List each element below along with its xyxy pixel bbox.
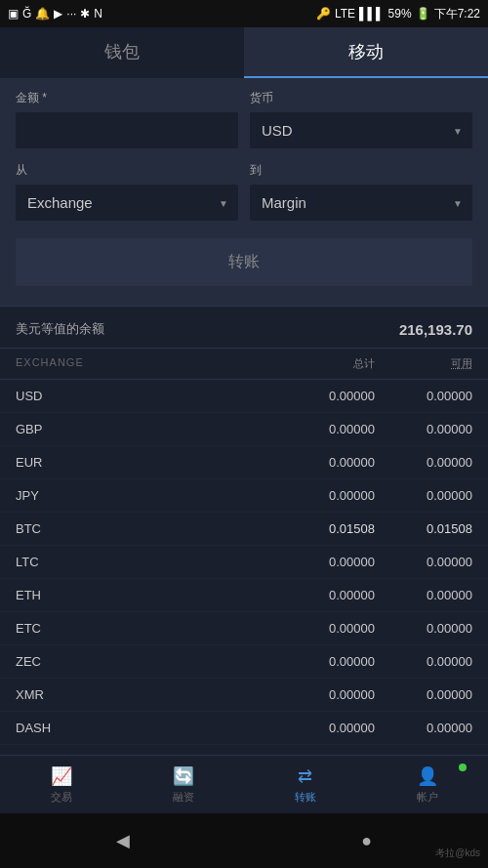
back-button[interactable]: ◀ — [116, 830, 130, 851]
table-header: EXCHANGE 总计 可用 — [0, 349, 488, 380]
key-icon: 🔑 — [316, 7, 331, 21]
available-cell: 0.00000 — [375, 422, 472, 436]
total-cell: 0.00000 — [277, 488, 375, 503]
from-group: 从 Exchange Margin — [16, 162, 238, 221]
status-right-icons: 🔑 LTE ▌▌▌ 59% 🔋 下午7:22 — [316, 6, 480, 22]
funding-icon: 🔄 — [173, 765, 194, 787]
form-area: 金额 * 货币 USD BTC ETH 从 Exchange Margin — [0, 78, 488, 306]
tab-wallet[interactable]: 钱包 — [0, 27, 244, 78]
total-cell: 0.00000 — [277, 389, 375, 403]
total-cell: 0.00000 — [277, 588, 375, 602]
th-available: 可用 — [375, 356, 472, 371]
account-icon: 👤 — [417, 765, 438, 787]
battery-percent: 59% — [388, 7, 412, 21]
amount-label: 金额 * — [16, 90, 238, 106]
currency-select[interactable]: USD BTC ETH — [250, 112, 472, 148]
available-cell: 0.01508 — [375, 521, 472, 536]
amount-group: 金额 * — [16, 90, 238, 148]
from-select-wrapper: Exchange Margin — [16, 185, 238, 221]
bottom-nav: 📈 交易 🔄 融资 ⇄ 转账 👤 帐户 — [0, 755, 488, 813]
total-cell: 0.00000 — [277, 455, 375, 470]
to-select-wrapper: Margin Exchange — [250, 185, 472, 221]
nav-transfer[interactable]: ⇄ 转账 — [244, 756, 366, 813]
nav-funding[interactable]: 🔄 融资 — [122, 756, 244, 813]
watermark: 考拉@kds — [435, 847, 480, 860]
to-select[interactable]: Margin Exchange — [250, 185, 472, 221]
currency-cell: ETC — [16, 621, 277, 636]
available-cell: 0.00000 — [375, 588, 472, 602]
signal-icon: ▌▌▌ — [359, 7, 385, 21]
app-icon-2: Ğ — [22, 7, 31, 21]
currency-cell: USD — [16, 389, 277, 403]
transfer-button[interactable]: 转账 — [16, 238, 472, 286]
balance-value: 216,193.70 — [399, 321, 472, 338]
table-rows-container: USD 0.00000 0.00000 GBP 0.00000 0.00000 … — [0, 380, 488, 778]
total-cell: 0.01508 — [277, 521, 375, 536]
balance-section: 美元等值的余额 216,193.70 — [0, 306, 488, 349]
amount-input[interactable] — [16, 112, 238, 148]
available-cell: 0.00000 — [375, 721, 472, 735]
lte-icon: LTE — [335, 7, 355, 21]
table-row: GBP 0.00000 0.00000 — [0, 413, 488, 446]
table-row: USD 0.00000 0.00000 — [0, 380, 488, 413]
status-left-icons: ▣ Ğ 🔔 ▶ ··· ✱ N — [8, 7, 102, 21]
notification-icon: 🔔 — [35, 7, 50, 21]
available-cell: 0.00000 — [375, 687, 472, 702]
online-indicator — [459, 764, 467, 771]
total-cell: 0.00000 — [277, 654, 375, 669]
table-row: ZEC 0.00000 0.00000 — [0, 645, 488, 679]
total-cell: 0.00000 — [277, 621, 375, 636]
currency-cell: LTC — [16, 555, 277, 569]
home-button[interactable]: ● — [361, 831, 372, 851]
table-row: JPY 0.00000 0.00000 — [0, 479, 488, 513]
currency-label: 货币 — [250, 90, 472, 106]
table-row: DASH 0.00000 0.00000 — [0, 712, 488, 745]
available-cell: 0.00000 — [375, 555, 472, 569]
available-cell: 0.00000 — [375, 654, 472, 669]
to-label: 到 — [250, 162, 472, 179]
currency-cell: JPY — [16, 488, 277, 503]
table-row: LTC 0.00000 0.00000 — [0, 546, 488, 579]
from-select[interactable]: Exchange Margin — [16, 185, 238, 221]
time: 下午7:22 — [434, 6, 480, 22]
currency-cell: XMR — [16, 687, 277, 702]
nfc-icon: N — [94, 7, 102, 21]
currency-cell: ZEC — [16, 654, 277, 669]
currency-cell: BTC — [16, 521, 277, 536]
from-label: 从 — [16, 162, 238, 179]
bluetooth-icon: ✱ — [80, 7, 90, 21]
nav-account-label: 帐户 — [417, 790, 438, 805]
nav-trading-label: 交易 — [51, 790, 72, 805]
available-cell: 0.00000 — [375, 621, 472, 636]
currency-cell: GBP — [16, 422, 277, 436]
th-total: 总计 — [277, 356, 375, 371]
available-cell: 0.00000 — [375, 389, 472, 403]
total-cell: 0.00000 — [277, 721, 375, 735]
form-row-amount-currency: 金额 * 货币 USD BTC ETH — [16, 90, 472, 148]
battery-icon: 🔋 — [416, 7, 430, 21]
total-cell: 0.00000 — [277, 687, 375, 702]
nav-transfer-label: 转账 — [295, 790, 316, 805]
table-row: XMR 0.00000 0.00000 — [0, 679, 488, 712]
total-cell: 0.00000 — [277, 555, 375, 569]
th-exchange: EXCHANGE — [16, 356, 277, 371]
status-bar: ▣ Ğ 🔔 ▶ ··· ✱ N 🔑 LTE ▌▌▌ 59% 🔋 下午7:22 — [0, 0, 488, 27]
more-icon: ··· — [66, 7, 76, 21]
trading-icon: 📈 — [51, 765, 72, 787]
currency-cell: DASH — [16, 721, 277, 735]
nav-trading[interactable]: 📈 交易 — [0, 756, 122, 813]
form-row-from-to: 从 Exchange Margin 到 Margin Exchange — [16, 162, 472, 221]
top-tabs: 钱包 移动 — [0, 27, 488, 78]
table-row: BTC 0.01508 0.01508 — [0, 513, 488, 546]
available-cell: 0.00000 — [375, 455, 472, 470]
table-row: ETC 0.00000 0.00000 — [0, 612, 488, 645]
tab-move[interactable]: 移动 — [244, 27, 488, 78]
exchange-table: EXCHANGE 总计 可用 USD 0.00000 0.00000 GBP 0… — [0, 349, 488, 793]
system-nav: ◀ ● 考拉@kds — [0, 813, 488, 868]
currency-cell: ETH — [16, 588, 277, 602]
currency-cell: EUR — [16, 455, 277, 470]
to-group: 到 Margin Exchange — [250, 162, 472, 221]
available-cell: 0.00000 — [375, 488, 472, 503]
nav-account[interactable]: 👤 帐户 — [366, 756, 488, 813]
table-row: EUR 0.00000 0.00000 — [0, 446, 488, 479]
